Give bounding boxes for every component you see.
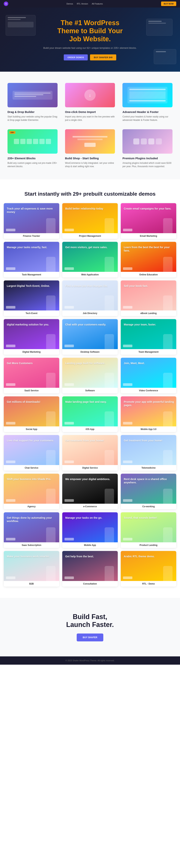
demo-label-ebook: eBook Landing	[121, 310, 176, 316]
demo-thumb-finance: Track your all expenses & save more mone…	[4, 203, 59, 233]
demo-overlay-img-saassub	[44, 525, 57, 542]
demo-thumb-inner-social: Get millions of downloads!	[4, 396, 59, 426]
demo-cta-bar-dservice	[64, 461, 74, 463]
demo-card-ebook[interactable]: Sell your book fast. eBook Landing	[121, 280, 176, 316]
feature-img-one-click: ↓	[65, 83, 115, 107]
cta-section: Build Fast, Launch Faster. BUY SHAFER	[0, 598, 180, 656]
demo-thumb-chat: Live chat support for your customers.	[4, 435, 59, 465]
demo-thumb-inner-product: Sound, that sounds better!	[121, 512, 176, 542]
demo-thumb-inner-team: Manage your team, faster.	[121, 319, 176, 349]
demo-cta-bar-education	[123, 267, 132, 270]
demo-overlay-text-job: Find a dream job that charges life.	[65, 284, 108, 287]
demo-thumb-mapp: Manage your tasks on the go.	[62, 512, 118, 542]
demo-card-project[interactable]: Build better relationship today Project …	[62, 203, 118, 239]
demo-overlay-img-chat	[44, 448, 57, 465]
demo-card-job[interactable]: Find a dream job that charges life. Job …	[62, 280, 118, 316]
nav-link-features[interactable]: All Features	[92, 3, 103, 5]
demo-label-rtl: RTL - Demo	[121, 581, 176, 587]
order-demos-button[interactable]: ORDER DEMOS	[64, 54, 88, 60]
demo-thumb-inner-mapp: Manage your tasks on the go.	[62, 512, 118, 542]
demo-card-cowork[interactable]: Rent desk space in a shared office anywh…	[121, 474, 176, 509]
demo-cta-bar-software	[64, 383, 74, 386]
demo-card-tele[interactable]: Get treatment from your home! Telemedici…	[121, 435, 176, 471]
demo-thumb-project: Build better relationship today	[62, 203, 118, 233]
demo-card-mapp[interactable]: Manage your tasks on the go. Mobile App	[62, 512, 118, 548]
demo-card-product[interactable]: Sound, that sounds better! Product Landi…	[121, 512, 176, 548]
demo-cta-bar-ios	[64, 422, 74, 425]
cta-buy-button[interactable]: BUY SHAFER	[77, 633, 103, 641]
demo-card-digital[interactable]: digital marketing solution for you. Digi…	[4, 319, 59, 355]
demo-card-email[interactable]: Create email campaigns for your fans. Em…	[121, 203, 176, 239]
demo-card-ios[interactable]: Make landing page fast and easy. iOS App	[62, 396, 118, 432]
demos-header: Start instantly with 29+ prebuilt custom…	[0, 179, 180, 203]
demo-cta-bar-mapp	[64, 538, 74, 540]
demo-overlay-img-web	[103, 255, 116, 272]
demo-card-web[interactable]: Get more visitors, get more sales. Web A…	[62, 242, 118, 277]
feature-desc-plugins: Amazing plugins included which could sav…	[122, 161, 173, 168]
demo-overlay-img-ios	[103, 409, 116, 426]
footer: © 2023 Shafer WordPress Theme. All right…	[0, 656, 180, 665]
demo-thumb-inner-agency: Shift your business into Shade Pro.	[4, 474, 59, 504]
demo-overlay-text-finance: Track your all expenses & save more mone…	[7, 207, 59, 214]
demo-overlay-text-ios: Make landing page fast and easy.	[65, 400, 107, 404]
demo-cta-bar-agency	[6, 499, 16, 502]
demo-overlay-img-agency	[44, 487, 57, 504]
demo-overlay-text-software: Landing page built for software.	[65, 362, 105, 365]
demo-label-education: Online Education	[121, 272, 176, 277]
nav-buy-button[interactable]: BUY NOW	[161, 1, 176, 6]
demo-card-b2b[interactable]: Make your business work smarter. B2B	[4, 551, 59, 587]
demo-card-consult[interactable]: Get help from the best. Consultation	[62, 551, 118, 587]
demo-thumb-email: Create email campaigns for your fans.	[121, 203, 176, 233]
demo-card-social[interactable]: Get millions of downloads! Social App	[4, 396, 59, 432]
demo-card-mobile[interactable]: Promote your app with powerful landing p…	[121, 396, 176, 432]
demo-overlay-img-b2b	[44, 564, 57, 581]
feature-img-element-blocks: 235+	[7, 129, 58, 154]
demo-thumb-rtl: Arabic RTL theme demo.	[121, 551, 176, 581]
demo-cta-bar-consult	[64, 577, 74, 579]
demo-card-tech[interactable]: Largest Digital Tech Event, Online. Tech…	[4, 280, 59, 316]
demo-card-desktop[interactable]: Chat with your customers easily. Desktop…	[62, 319, 118, 355]
feature-woocommerce: Build Shop - Start Selling WooCommerce i…	[65, 129, 115, 168]
demo-card-video[interactable]: Join, Meet, Meet. Video Conference	[121, 358, 176, 393]
demo-overlay-text-mobile: Promote your app with powerful landing p…	[124, 400, 176, 407]
demo-cta-bar-finance	[6, 229, 16, 231]
nav-link-rtl[interactable]: RTL Version	[77, 3, 88, 5]
demo-thumb-cowork: Rent desk space in a shared office anywh…	[121, 474, 176, 504]
demo-overlay-text-chat: Live chat support for your customers.	[7, 439, 54, 442]
demo-overlay-text-mapp: Manage your tasks on the go.	[65, 516, 102, 520]
nav-link-demos[interactable]: Demos	[66, 3, 73, 5]
demo-overlay-img-product	[161, 525, 174, 542]
demo-card-rtl[interactable]: Arabic RTL theme demo. RTL - Demo	[121, 551, 176, 587]
demo-thumb-inner-rtl: Arabic RTL theme demo.	[121, 551, 176, 581]
demo-thumb-inner-ios: Make landing page fast and easy.	[62, 396, 118, 426]
demo-label-cowork: Co-working	[121, 504, 176, 509]
cta-headline: Build Fast, Launch Faster.	[7, 613, 173, 629]
demo-cta-bar-social	[6, 422, 16, 425]
demo-card-task[interactable]: Manage your tasks smartly, fast. Task Ma…	[4, 242, 59, 277]
demo-thumb-inner-desktop: Chat with your customers easily.	[62, 319, 118, 349]
features-grid: Drag & Drop Builder Start building your …	[7, 83, 173, 168]
demo-card-team[interactable]: Manage your team, faster. Team Managemen…	[121, 319, 176, 355]
demo-thumb-b2b: Make your business work smarter.	[4, 551, 59, 581]
demo-label-b2b: B2B	[4, 581, 59, 587]
demo-card-chat[interactable]: Live chat support for your customers. Ch…	[4, 435, 59, 471]
demo-card-finance[interactable]: Track your all expenses & save more mone…	[4, 203, 59, 239]
demo-thumb-ecom: We empower your digital ambitions.	[62, 474, 118, 504]
demo-card-software[interactable]: Landing page built for software. Softwar…	[62, 358, 118, 393]
demo-label-team: Team Management	[121, 349, 176, 355]
feature-title-drag-drop: Drag & Drop Builder	[7, 110, 58, 114]
demo-card-ecom[interactable]: We empower your digital ambitions. e-Com…	[62, 474, 118, 509]
demo-thumb-inner-consult: Get help from the best.	[62, 551, 118, 581]
demo-card-dservice[interactable]: Get treatment from your home! Digital Se…	[62, 435, 118, 471]
demo-overlay-text-desktop: Chat with your customers easily.	[65, 323, 106, 326]
demos-grid: Track your all expenses & save more mone…	[0, 203, 180, 598]
demo-card-agency[interactable]: Shift your business into Shade Pro. Agen…	[4, 474, 59, 509]
demo-card-saas[interactable]: Get More Customers SaaS Service	[4, 358, 59, 393]
logo[interactable]: S	[4, 1, 8, 6]
buy-shafer-button[interactable]: BUY SHAFER $49	[90, 54, 116, 60]
demo-card-education[interactable]: Learn from the best the best for your fa…	[121, 242, 176, 277]
demo-card-saassub[interactable]: Get things done by automating your workf…	[4, 512, 59, 548]
demo-cta-bar-cowork	[123, 499, 132, 502]
hero-bg-card-3	[154, 49, 176, 64]
demo-overlay-text-agency: Shift your business into Shade Pro.	[7, 477, 51, 481]
